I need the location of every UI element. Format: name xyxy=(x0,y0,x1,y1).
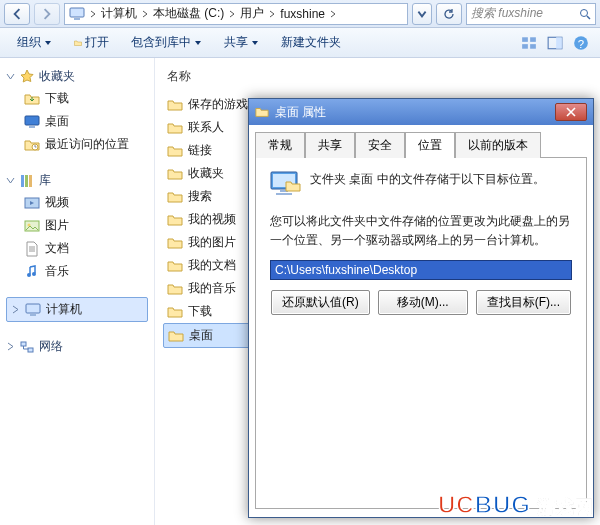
svg-rect-12 xyxy=(25,116,39,125)
computer-icon xyxy=(25,302,41,318)
svg-point-21 xyxy=(27,273,31,277)
history-dropdown-button[interactable] xyxy=(412,3,432,25)
sidebar-computer[interactable]: 计算机 xyxy=(6,297,148,322)
tab-location[interactable]: 位置 xyxy=(405,132,455,158)
help-button[interactable]: ? xyxy=(570,32,592,54)
caret-down-icon xyxy=(6,72,15,81)
caret-down-icon xyxy=(6,176,15,185)
caret-right-icon xyxy=(6,342,15,351)
sidebar-item-desktop[interactable]: 桌面 xyxy=(6,110,148,133)
watermark: UCBUG 游戏网 xyxy=(438,491,594,519)
svg-point-2 xyxy=(581,9,588,16)
star-icon xyxy=(19,69,35,85)
dialog-text-2: 您可以将此文件夹中文件存储的位置更改为此硬盘上的另一个位置、另一个驱动器或网络上… xyxy=(270,212,572,250)
breadcrumb-item: 本地磁盘 (C:) xyxy=(141,5,224,22)
svg-rect-4 xyxy=(522,37,528,42)
tab-general[interactable]: 常规 xyxy=(255,132,305,158)
forward-button[interactable] xyxy=(34,3,60,25)
picture-icon xyxy=(24,218,40,234)
svg-rect-9 xyxy=(556,37,562,48)
dialog-body: 文件夹 桌面 中的文件存储于以下目标位置。 您可以将此文件夹中文件存储的位置更改… xyxy=(255,157,587,509)
sidebar-item-videos[interactable]: 视频 xyxy=(6,191,148,214)
close-button[interactable] xyxy=(555,103,587,121)
folder-icon xyxy=(167,120,183,136)
breadcrumb-item: fuxshine xyxy=(268,7,337,21)
network-icon xyxy=(19,339,35,355)
video-icon xyxy=(24,195,40,211)
folder-icon xyxy=(167,189,183,205)
folder-icon xyxy=(168,328,184,344)
svg-text:?: ? xyxy=(578,37,584,49)
breadcrumb-item: 计算机 xyxy=(89,5,137,22)
svg-rect-16 xyxy=(25,175,28,187)
search-input[interactable]: 搜索 fuxshine xyxy=(466,3,596,25)
caret-right-icon xyxy=(11,305,20,314)
folder-icon xyxy=(167,212,183,228)
svg-rect-24 xyxy=(30,314,36,316)
svg-rect-5 xyxy=(530,37,536,42)
restore-default-button[interactable]: 还原默认值(R) xyxy=(271,290,370,315)
toolbar: 组织 打开 包含到库中 共享 新建文件夹 ? xyxy=(0,28,600,58)
tab-security[interactable]: 安全 xyxy=(355,132,405,158)
recent-icon xyxy=(24,137,40,153)
svg-point-22 xyxy=(32,272,36,276)
location-path-input[interactable] xyxy=(270,260,572,280)
dialog-titlebar[interactable]: 桌面 属性 xyxy=(249,99,593,125)
properties-dialog: 桌面 属性 常规 共享 安全 位置 以前的版本 文件夹 桌面 中的文件存储于以下… xyxy=(248,98,594,518)
svg-rect-26 xyxy=(28,348,33,352)
share-button[interactable]: 共享 xyxy=(215,30,268,55)
svg-rect-1 xyxy=(74,18,80,20)
folder-open-icon xyxy=(74,39,82,47)
sidebar-network[interactable]: 网络 xyxy=(6,336,148,357)
dialog-title: 桌面 属性 xyxy=(275,104,326,121)
sidebar-item-music[interactable]: 音乐 xyxy=(6,260,148,283)
find-target-button[interactable]: 查找目标(F)... xyxy=(476,290,571,315)
tab-share[interactable]: 共享 xyxy=(305,132,355,158)
svg-rect-13 xyxy=(29,126,35,128)
window-titlebar: 计算机 本地磁盘 (C:) 用户 fuxshine 搜索 fuxshine xyxy=(0,0,600,28)
folder-icon xyxy=(167,281,183,297)
tab-previous[interactable]: 以前的版本 xyxy=(455,132,541,158)
open-button[interactable]: 打开 xyxy=(65,30,118,55)
close-icon xyxy=(566,107,576,117)
preview-pane-button[interactable] xyxy=(544,32,566,54)
dialog-text-1: 文件夹 桌面 中的文件存储于以下目标位置。 xyxy=(310,170,545,189)
sidebar-libraries[interactable]: 库 xyxy=(6,170,148,191)
include-button[interactable]: 包含到库中 xyxy=(122,30,211,55)
refresh-button[interactable] xyxy=(436,3,462,25)
folder-icon xyxy=(167,166,183,182)
organize-button[interactable]: 组织 xyxy=(8,30,61,55)
sidebar-item-pictures[interactable]: 图片 xyxy=(6,214,148,237)
monitor-folder-icon xyxy=(270,170,302,198)
view-button[interactable] xyxy=(518,32,540,54)
svg-line-3 xyxy=(587,16,590,19)
search-placeholder: 搜索 fuxshine xyxy=(471,5,575,22)
column-header-name[interactable]: 名称 xyxy=(163,66,592,87)
svg-rect-30 xyxy=(276,193,292,195)
svg-rect-15 xyxy=(21,175,24,187)
move-button[interactable]: 移动(M)... xyxy=(378,290,468,315)
newfolder-button[interactable]: 新建文件夹 xyxy=(272,30,350,55)
svg-rect-7 xyxy=(530,44,536,49)
folder-icon xyxy=(167,235,183,251)
sidebar-favorites[interactable]: 收藏夹 xyxy=(6,66,148,87)
back-button[interactable] xyxy=(4,3,30,25)
document-icon xyxy=(24,241,40,257)
sidebar-item-downloads[interactable]: 下载 xyxy=(6,87,148,110)
computer-icon xyxy=(69,6,85,22)
navigation-pane: 收藏夹 下载 桌面 最近访问的位置 库 视频 图片 文档 音乐 计算机 xyxy=(0,58,155,525)
svg-rect-17 xyxy=(29,175,32,187)
folder-icon xyxy=(167,304,183,320)
svg-rect-23 xyxy=(26,304,40,313)
library-icon xyxy=(19,173,35,189)
breadcrumb-item: 用户 xyxy=(228,5,264,22)
desktop-icon xyxy=(24,114,40,130)
breadcrumb[interactable]: 计算机 本地磁盘 (C:) 用户 fuxshine xyxy=(64,3,408,25)
sidebar-item-recent[interactable]: 最近访问的位置 xyxy=(6,133,148,156)
folder-icon xyxy=(167,143,183,159)
folder-icon xyxy=(167,97,183,113)
svg-rect-25 xyxy=(21,342,26,346)
svg-rect-6 xyxy=(522,44,528,49)
sidebar-item-documents[interactable]: 文档 xyxy=(6,237,148,260)
svg-rect-0 xyxy=(70,8,84,17)
